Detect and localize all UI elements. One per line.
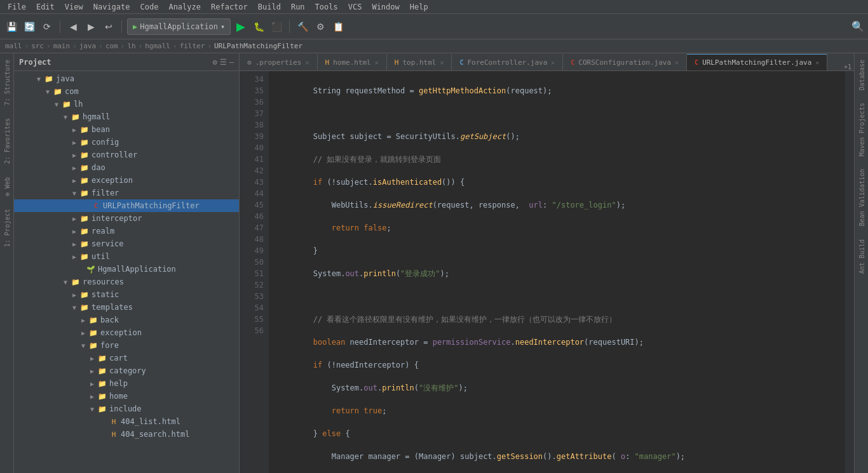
breadcrumb-com[interactable]: com (105, 42, 118, 50)
tree-item-404search[interactable]: ▶ H 404_search.html (14, 428, 239, 441)
menu-run[interactable]: Run (286, 0, 310, 14)
side-tab-structure[interactable]: 7: Structure (0, 53, 13, 112)
refresh-button[interactable]: ⟳ (39, 19, 55, 34)
tab-home-html[interactable]: H home.html ✕ (318, 54, 387, 70)
tree-item-404list[interactable]: ▶ H 404_list.html (14, 415, 239, 428)
tree-item-static[interactable]: ▶ 📁 static (14, 288, 239, 301)
side-tab-maven[interactable]: Maven Projects (855, 97, 868, 163)
tree-item-hgmall[interactable]: ▼ 📁 hgmall (14, 110, 239, 123)
tab-close[interactable]: ✕ (375, 59, 379, 66)
global-search[interactable]: 🔍 (851, 20, 864, 32)
tree-item-templates[interactable]: ▼ 📁 templates (14, 301, 239, 314)
menu-analyze[interactable]: Analyze (163, 0, 206, 14)
tab-close[interactable]: ✕ (305, 59, 309, 66)
menu-navigate[interactable]: Navigate (88, 0, 135, 14)
breadcrumb-filter[interactable]: filter (180, 42, 205, 50)
tree-item-resources[interactable]: ▼ 📁 resources (14, 276, 239, 288)
breadcrumb-lh[interactable]: lh (127, 42, 135, 50)
debug-button[interactable]: 🐛 (251, 19, 266, 34)
revert-button[interactable]: ↩ (101, 19, 116, 34)
side-tab-favorites[interactable]: 2: Favorites (0, 112, 13, 170)
arrow-icon: ▶ (72, 253, 79, 260)
save-button[interactable]: 💾 (4, 19, 19, 34)
menu-code[interactable]: Code (135, 0, 164, 14)
breadcrumb-mall[interactable]: mall (5, 42, 22, 50)
tab-fore-controller[interactable]: C ForeController.java ✕ (452, 54, 563, 70)
arrow-icon: ▶ (72, 215, 79, 222)
menu-refactor[interactable]: Refactor (206, 0, 253, 14)
folder-icon: 📁 (71, 278, 80, 286)
code-content[interactable]: String requestMethod = getHttpMethodActi… (269, 71, 845, 473)
tree-item-config[interactable]: ▶ 📁 config (14, 136, 239, 149)
tree-item-lh[interactable]: ▼ 📁 lh (14, 98, 239, 110)
menu-vcs[interactable]: VCS (343, 0, 367, 14)
breadcrumb-file[interactable]: URLPathMatchingFilter (214, 42, 302, 50)
sync-button[interactable]: 🔄 (22, 19, 37, 34)
menu-edit[interactable]: Edit (31, 0, 60, 14)
forward-button[interactable]: ▶ (83, 19, 98, 34)
folder-icon: 📁 (80, 177, 89, 185)
tree-item-help[interactable]: ▶ 📁 help (14, 377, 239, 390)
breadcrumb-main[interactable]: main (53, 42, 71, 50)
menu-file[interactable]: File (3, 0, 31, 14)
tree-item-category[interactable]: ▶ 📁 category (14, 364, 239, 377)
tab-cors[interactable]: C CORSConfiguration.java ✕ (563, 54, 687, 70)
side-tab-bean-validation[interactable]: Bean Validation (855, 163, 868, 232)
tab-close[interactable]: ✕ (815, 59, 819, 66)
menu-tools[interactable]: Tools (310, 0, 343, 14)
tree-item-hgmallapplication[interactable]: ▶ 🌱 HgmallApplication (14, 263, 239, 276)
back-button[interactable]: ◀ (65, 19, 81, 34)
tree-item-service[interactable]: ▶ 📁 service (14, 237, 239, 250)
menu-view[interactable]: View (60, 0, 88, 14)
vcs-button[interactable]: 📋 (330, 19, 346, 34)
breadcrumb-java[interactable]: java (79, 42, 97, 50)
tree-item-interceptor[interactable]: ▶ 📁 interceptor (14, 212, 239, 225)
settings-button[interactable]: ⚙ (313, 19, 328, 34)
menu-build[interactable]: Build (253, 0, 286, 14)
tree-item-bean[interactable]: ▶ 📁 bean (14, 123, 239, 136)
tree-item-back[interactable]: ▶ 📁 back (14, 314, 239, 326)
arrow-icon: ▼ (55, 101, 61, 108)
tab-urlfilter[interactable]: C URLPathMatchingFilter.java ✕ (687, 54, 827, 70)
side-tab-database[interactable]: Database (855, 53, 868, 97)
minus-icon[interactable]: — (229, 58, 234, 67)
build-button[interactable]: 🔨 (295, 19, 310, 34)
tab-close[interactable]: ✕ (675, 59, 679, 66)
layout-icon[interactable]: ☰ (220, 58, 227, 67)
run-button[interactable]: ▶ (233, 19, 248, 34)
side-tab-1project[interactable]: 1: Project (0, 203, 13, 253)
settings-icon[interactable]: ⚙ (213, 58, 217, 67)
tree-item-include[interactable]: ▼ 📁 include (14, 403, 239, 415)
side-tab-ant-build[interactable]: Ant Build (855, 233, 868, 280)
project-dropdown[interactable]: ▶ HgmallApplication ▾ (127, 18, 231, 35)
tab-icon-props: ⚙ (247, 58, 252, 67)
tab-top-html[interactable]: H top.html ✕ (387, 54, 452, 70)
tree-item-exception-tmpl[interactable]: ▶ 📁 exception (14, 326, 239, 339)
tree-item-util[interactable]: ▶ 📁 util (14, 250, 239, 263)
side-tab-web[interactable]: ⊕ Web (0, 171, 13, 203)
tree-item-java[interactable]: ▼ 📁 java (14, 72, 239, 85)
tree-item-cart[interactable]: ▶ 📁 cart (14, 352, 239, 364)
tree-item-urlfilter[interactable]: ▶ C URLPathMatchingFilter (14, 199, 239, 212)
dropdown-arrow: ▾ (220, 22, 225, 31)
menu-help[interactable]: Help (405, 0, 433, 14)
line-num: 56 (243, 325, 264, 336)
tab-properties[interactable]: ⚙ .properties ✕ (240, 54, 318, 70)
tab-close[interactable]: ✕ (551, 59, 555, 66)
tab-icon-java2: C (571, 59, 574, 66)
breadcrumb-hgmall[interactable]: hgmall (145, 42, 170, 50)
line-num: 46 (243, 211, 264, 222)
tree-item-exception[interactable]: ▶ 📁 exception (14, 174, 239, 187)
tree-item-fore[interactable]: ▼ 📁 fore (14, 339, 239, 352)
tree-item-home[interactable]: ▶ 📁 home (14, 390, 239, 403)
tree-item-dao[interactable]: ▶ 📁 dao (14, 161, 239, 174)
tab-overflow-badge[interactable]: +1 (841, 63, 854, 70)
breadcrumb-src[interactable]: src (31, 42, 44, 50)
tree-item-realm[interactable]: ▶ 📁 realm (14, 225, 239, 237)
coverage-button[interactable]: ⬛ (269, 19, 284, 34)
tree-item-filter[interactable]: ▼ 📁 filter (14, 187, 239, 199)
tab-close[interactable]: ✕ (440, 59, 444, 66)
tree-item-controller[interactable]: ▶ 📁 controller (14, 149, 239, 161)
menu-window[interactable]: Window (367, 0, 404, 14)
tree-item-com[interactable]: ▼ 📁 com (14, 85, 239, 98)
